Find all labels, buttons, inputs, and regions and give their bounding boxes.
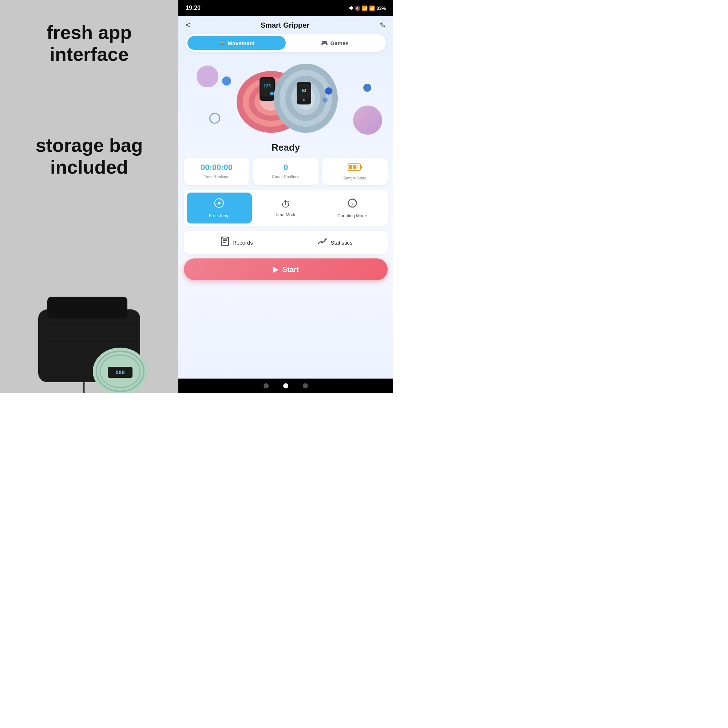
stat-battery: Battery State xyxy=(322,158,388,185)
statistics-label: Statistics xyxy=(330,240,352,246)
time-mode-icon: ⏱ xyxy=(281,199,291,210)
tab-games-label: Games xyxy=(330,40,348,46)
count-label: Count Realtime xyxy=(272,174,300,179)
start-icon: ▶ xyxy=(273,265,279,274)
mode-row: Free Jump ⏱ Time Mode 5 Counting Mode xyxy=(184,190,388,226)
edit-button[interactable]: ✎ xyxy=(380,21,386,29)
battery-icon xyxy=(348,163,362,174)
bag-image-area: 000 xyxy=(11,240,167,393)
app-content: < Smart Gripper ✎ 🏃 Movement 🎮 Games xyxy=(178,16,393,379)
battery-status: 33% xyxy=(376,5,386,11)
blob-blue-small xyxy=(222,76,231,86)
movement-icon: 🏃 xyxy=(219,40,225,46)
games-icon: 🎮 xyxy=(321,40,328,46)
count-value: 0 xyxy=(284,163,288,172)
action-records[interactable]: Records xyxy=(191,237,282,248)
device-image-area: 125 63 ✦ xyxy=(178,55,393,142)
svg-rect-39 xyxy=(223,239,227,240)
status-time: 19:20 xyxy=(186,5,200,11)
svg-rect-35 xyxy=(356,165,358,169)
counting-mode-icon: 5 xyxy=(347,198,358,211)
stats-row: 00:00:00 Time Realtime 0 Count Realtime xyxy=(184,158,388,185)
bluetooth-icon: ✱ xyxy=(349,5,353,11)
svg-point-42 xyxy=(222,237,223,238)
time-mode-label: Time Mode xyxy=(275,212,297,217)
action-statistics[interactable]: Statistics xyxy=(290,237,381,248)
start-button[interactable]: ▶ Start xyxy=(184,258,388,280)
svg-rect-41 xyxy=(223,242,226,243)
mode-free-jump[interactable]: Free Jump xyxy=(187,193,252,223)
device-image: 125 63 ✦ xyxy=(231,58,340,138)
right-panel: 19:20 ✱ 🔇 📶 📶 33% < Smart Gripper ✎ 🏃 Mo… xyxy=(178,0,393,393)
free-jump-icon xyxy=(214,198,225,211)
wifi-icon: 📶 xyxy=(362,5,368,11)
nav-bar xyxy=(178,379,393,393)
start-label: Start xyxy=(283,265,299,274)
device-status: Ready xyxy=(178,142,393,153)
blob-blue-outline xyxy=(209,113,220,124)
svg-point-45 xyxy=(325,239,327,241)
signal-icon: 📶 xyxy=(369,5,375,11)
svg-rect-34 xyxy=(353,165,356,169)
mode-counting[interactable]: 5 Counting Mode xyxy=(320,193,385,223)
bag-illustration: 000 xyxy=(18,262,160,393)
tab-movement-label: Movement xyxy=(228,40,254,46)
stat-time: 00:00:00 Time Realtime xyxy=(184,158,249,185)
time-label: Time Realtime xyxy=(204,174,230,179)
time-value: 00:00:00 xyxy=(200,163,232,172)
statistics-icon xyxy=(317,237,327,248)
svg-point-30 xyxy=(323,98,327,102)
svg-point-43 xyxy=(227,237,228,238)
svg-rect-40 xyxy=(223,240,227,241)
status-icons: ✱ 🔇 📶 📶 33% xyxy=(349,5,386,11)
svg-point-19 xyxy=(270,92,274,95)
svg-rect-33 xyxy=(349,165,352,169)
free-jump-label: Free Jump xyxy=(209,213,230,219)
page-title: Smart Gripper xyxy=(261,21,309,29)
back-button[interactable]: < xyxy=(186,20,190,30)
bottom-actions: Records Statistics xyxy=(184,231,388,254)
mode-time[interactable]: ⏱ Time Mode xyxy=(253,193,318,223)
svg-rect-32 xyxy=(360,166,362,168)
mute-icon: 🔇 xyxy=(355,5,360,11)
tab-movement[interactable]: 🏃 Movement xyxy=(187,36,286,50)
svg-text:125: 125 xyxy=(263,84,271,89)
action-divider xyxy=(286,237,286,248)
blob-purple xyxy=(197,66,219,87)
nav-back[interactable] xyxy=(263,383,269,388)
svg-text:5: 5 xyxy=(351,201,353,205)
app-header: < Smart Gripper ✎ xyxy=(178,16,393,34)
left-text-bottom: storage bag included xyxy=(11,135,167,178)
tab-bar: 🏃 Movement 🎮 Games xyxy=(186,34,386,52)
left-panel: fresh app interface storage bag included… xyxy=(0,0,178,393)
records-icon xyxy=(220,237,230,248)
svg-point-44 xyxy=(321,241,323,243)
blob-blue-dot xyxy=(363,84,371,92)
svg-text:✦: ✦ xyxy=(302,97,306,103)
counting-mode-label: Counting Mode xyxy=(337,213,367,219)
svg-text:63: 63 xyxy=(302,89,306,92)
svg-point-29 xyxy=(325,87,332,95)
left-text-top: fresh app interface xyxy=(11,22,167,66)
status-bar: 19:20 ✱ 🔇 📶 📶 33% xyxy=(178,0,393,16)
stat-count: 0 Count Realtime xyxy=(253,158,318,185)
nav-home[interactable] xyxy=(283,383,288,388)
nav-recents[interactable] xyxy=(303,383,308,388)
records-label: Records xyxy=(232,240,253,246)
svg-text:000: 000 xyxy=(115,369,124,375)
blob-pink-large xyxy=(353,106,382,135)
tab-games[interactable]: 🎮 Games xyxy=(286,36,384,50)
svg-rect-1 xyxy=(47,297,127,318)
battery-label: Battery State xyxy=(343,176,367,180)
